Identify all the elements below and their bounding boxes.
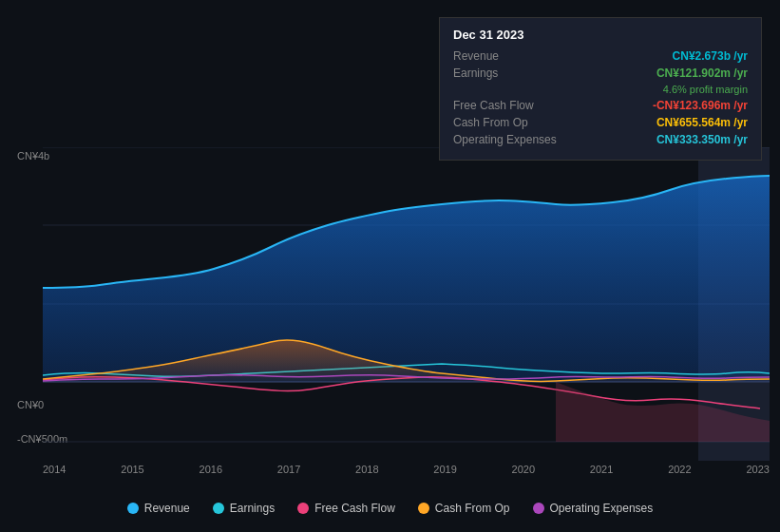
x-axis: 2014 2015 2016 2017 2018 2019 2020 2021 …: [43, 464, 770, 475]
legend-item-revenue[interactable]: Revenue: [127, 502, 190, 515]
tooltip-date: Dec 31 2023: [453, 28, 748, 42]
x-label-2015: 2015: [121, 464, 143, 475]
legend-item-opex[interactable]: Operating Expenses: [533, 502, 654, 515]
x-label-2023: 2023: [746, 464, 769, 475]
tooltip-profit-margin: 4.6% profit margin: [663, 84, 748, 95]
tooltip-row-cfo: Cash From Op CN¥655.564m /yr: [453, 116, 748, 129]
legend-label-cfo: Cash From Op: [435, 502, 510, 515]
tooltip-value-opex: CN¥333.350m /yr: [656, 133, 748, 146]
tooltip-label-cfo: Cash From Op: [453, 116, 577, 129]
legend-dot-opex: [533, 503, 544, 514]
tooltip-label-opex: Operating Expenses: [453, 133, 577, 146]
tooltip-label-fcf: Free Cash Flow: [453, 99, 577, 112]
legend-label-revenue: Revenue: [144, 502, 190, 515]
tooltip-row-opex: Operating Expenses CN¥333.350m /yr: [453, 133, 748, 146]
x-label-2020: 2020: [512, 464, 535, 475]
tooltip-row-earnings: Earnings CN¥121.902m /yr: [453, 66, 748, 80]
x-label-2019: 2019: [433, 464, 456, 475]
legend-label-earnings: Earnings: [230, 502, 275, 515]
legend-label-opex: Operating Expenses: [550, 502, 654, 515]
x-label-2021: 2021: [590, 464, 613, 475]
legend-label-fcf: Free Cash Flow: [314, 502, 395, 515]
y-label-zero: CN¥0: [17, 399, 44, 410]
chart-legend: Revenue Earnings Free Cash Flow Cash Fro…: [0, 502, 780, 515]
tooltip-value-earnings: CN¥121.902m /yr: [656, 66, 748, 80]
tooltip-value-fcf: -CN¥123.696m /yr: [653, 99, 748, 112]
legend-dot-cfo: [418, 503, 429, 514]
tooltip-row-fcf: Free Cash Flow -CN¥123.696m /yr: [453, 99, 748, 112]
chart-svg: [43, 147, 770, 461]
tooltip-row-profit-margin: 4.6% profit margin: [453, 84, 748, 95]
chart-container: Dec 31 2023 Revenue CN¥2.673b /yr Earnin…: [0, 0, 780, 532]
tooltip-value-cfo: CN¥655.564m /yr: [656, 116, 748, 129]
legend-dot-revenue: [127, 503, 139, 514]
legend-item-fcf[interactable]: Free Cash Flow: [297, 502, 395, 515]
tooltip-row-revenue: Revenue CN¥2.673b /yr: [453, 49, 748, 63]
x-label-2016: 2016: [200, 464, 222, 475]
x-label-2018: 2018: [355, 464, 378, 475]
tooltip: Dec 31 2023 Revenue CN¥2.673b /yr Earnin…: [439, 17, 762, 161]
legend-item-cfo[interactable]: Cash From Op: [418, 502, 510, 515]
legend-dot-fcf: [297, 503, 309, 514]
tooltip-value-revenue: CN¥2.673b /yr: [673, 49, 748, 63]
legend-dot-earnings: [213, 503, 224, 514]
x-label-2022: 2022: [668, 464, 691, 475]
tooltip-label-revenue: Revenue: [453, 49, 577, 63]
legend-item-earnings[interactable]: Earnings: [213, 502, 275, 515]
x-label-2017: 2017: [277, 464, 300, 475]
x-label-2014: 2014: [43, 464, 66, 475]
tooltip-label-earnings: Earnings: [453, 66, 577, 80]
